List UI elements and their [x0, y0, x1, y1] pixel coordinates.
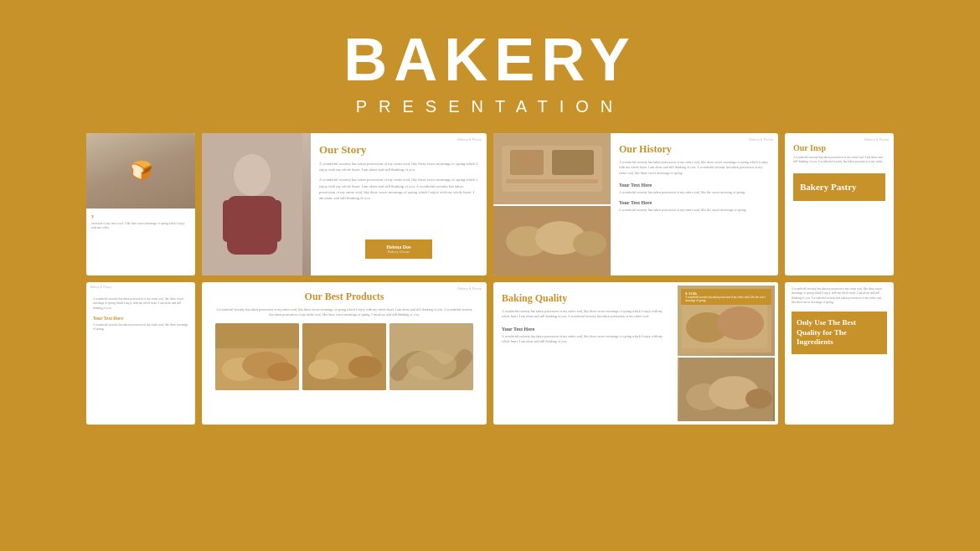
svg-rect-18	[215, 323, 299, 348]
inspo-title: Our Insp	[793, 143, 885, 152]
svg-point-24	[406, 350, 456, 380]
history-content: Our History A wonderful serenity has tak…	[611, 133, 778, 276]
svg-rect-8	[552, 150, 594, 175]
best-body: A wonderful serenity has taken possessio…	[792, 287, 887, 305]
svg-rect-9	[506, 179, 598, 183]
product-img-1	[215, 323, 299, 390]
slide2-tag: Bakery & Pastry	[749, 137, 773, 142]
header: BAKERY PRESENTATION	[0, 0, 980, 133]
slide4-tag-left: Bakery & Pastry	[86, 282, 195, 292]
slide-story-layout: Our Story A wonderful serenity has taken…	[202, 133, 487, 276]
inspo-body: A wonderful serenity has taken possessio…	[793, 156, 885, 165]
quality-title: Baking Quality	[502, 292, 669, 305]
history-layout: Our History A wonderful serenity has tak…	[493, 133, 778, 276]
quality-subheading: Your Text Here	[502, 327, 669, 332]
svg-point-1	[234, 154, 271, 196]
quality-layout: Baking Quality A wonderful serenity has …	[493, 282, 778, 425]
bottom-left-subheading: Your Text Here	[93, 316, 188, 321]
slide-partial-left-bottom: Bakery & Pastry A wonderful serenity has…	[86, 282, 195, 425]
svg-point-17	[267, 363, 297, 381]
quality-img-top: $ 123k A wonderful serenity has taken po…	[678, 286, 775, 356]
quality-content: Baking Quality A wonderful serenity has …	[493, 282, 678, 425]
products-body: A wonderful serenity has taken possessio…	[214, 307, 475, 318]
history-subheading1: Your Text Here	[619, 183, 770, 188]
slide-our-story: Bakery & Pastry Our Story A wonderful se…	[202, 133, 487, 276]
slides-container: 🍞 y ossession of my entire soul. I like …	[0, 133, 980, 433]
inspo-box-title: Bakery Pastry	[800, 182, 879, 193]
products-images	[214, 323, 475, 390]
quality-img-bottom	[678, 358, 775, 421]
history-title: Our History	[619, 143, 770, 156]
best-box: Only Use The Best Quality for The Ingred…	[792, 312, 887, 354]
best-content: A wonderful serenity has taken possessio…	[785, 282, 894, 425]
partial-left-title: y	[91, 213, 190, 219]
history-img-bottom	[493, 206, 611, 276]
inspiration-content: Our Insp A wonderful serenity has taken …	[785, 133, 894, 276]
author-box: Helena Doe Bakery Owner	[365, 239, 432, 259]
story-body1: A wonderful serenity has taken possessio…	[319, 161, 478, 173]
quality-images: $ 123k A wonderful serenity has taken po…	[678, 282, 778, 425]
bottom-left-subtext: A wonderful serenity has taken possessio…	[93, 323, 188, 332]
history-images	[493, 133, 611, 276]
history-body: A wonderful serenity has taken possessio…	[619, 160, 770, 176]
inspo-box: Bakery Pastry	[793, 173, 885, 201]
slide-baking-quality: Bakery & Pastry Baking Quality A wonderf…	[493, 282, 778, 425]
svg-point-32	[745, 389, 772, 409]
history-subtext1: A wonderful serenity has taken possessio…	[619, 190, 770, 195]
svg-point-13	[573, 231, 606, 256]
history-subtext2: A wonderful serenity has taken possessio…	[619, 208, 770, 213]
bottom-left-content: A wonderful serenity has taken possessio…	[86, 292, 195, 425]
author-role: Bakery Owner	[375, 250, 422, 254]
slide-our-history: Bakery & Pastry	[493, 133, 778, 276]
partial-left-image: 🍞	[86, 133, 195, 209]
quality-subtext: A wonderful serenity has taken possessio…	[502, 334, 669, 345]
best-box-title: Only Use The Best Quality for The Ingred…	[797, 318, 882, 348]
price-badge: $ 123k A wonderful serenity has taken po…	[681, 289, 771, 305]
slide-partial-left-top: 🍞 y ossession of my entire soul. I like …	[86, 133, 195, 276]
products-title: Our Best Products	[214, 291, 475, 303]
bottom-left-text: A wonderful serenity has taken possessio…	[93, 297, 188, 311]
svg-rect-3	[223, 200, 235, 242]
svg-rect-7	[510, 150, 544, 175]
story-body2: A wonderful serenity has taken possessio…	[319, 177, 478, 201]
story-image	[202, 133, 311, 276]
svg-point-22	[348, 356, 382, 378]
main-title: BAKERY	[0, 25, 980, 94]
story-content: Our Story A wonderful serenity has taken…	[311, 133, 487, 276]
main-subtitle: PRESENTATION	[0, 97, 980, 116]
quality-body: A wonderful serenity has taken possessio…	[502, 309, 669, 320]
svg-rect-4	[269, 200, 281, 242]
svg-point-28	[717, 306, 764, 340]
history-subheading2: Your Text Here	[619, 200, 770, 205]
products-layout: Our Best Products A wonderful serenity h…	[202, 282, 487, 425]
top-row: 🍞 y ossession of my entire soul. I like …	[8, 133, 972, 276]
slide-inspiration: Bakery & Pastry Our Insp A wonderful ser…	[785, 133, 894, 276]
price-desc: A wonderful serenity has taken possessio…	[685, 296, 767, 302]
slide-best-products: Bakery & Pastry Our Best Products A wond…	[202, 282, 487, 425]
slide3-tag: Bakery & Pastry	[864, 137, 889, 142]
story-title: Our Story	[319, 143, 478, 157]
bottom-row: Bakery & Pastry A wonderful serenity has…	[8, 282, 972, 425]
slide-only-best: A wonderful serenity has taken possessio…	[785, 282, 894, 425]
partial-left-text: ossession of my entire soul. I like thes…	[91, 222, 190, 230]
product-img-3	[389, 323, 473, 390]
product-img-2	[302, 323, 386, 390]
svg-point-21	[308, 359, 338, 379]
history-img-top	[493, 133, 611, 204]
